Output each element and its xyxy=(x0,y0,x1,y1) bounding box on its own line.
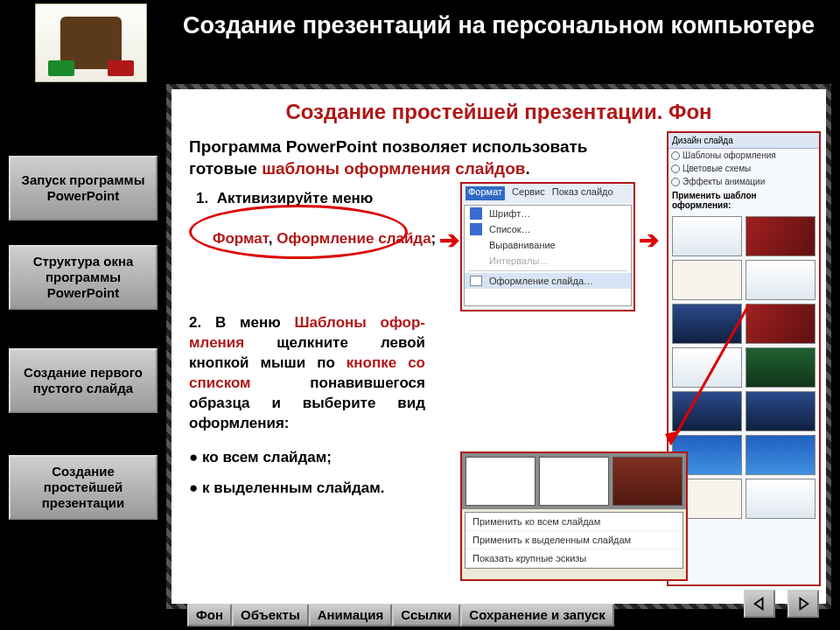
prev-button[interactable] xyxy=(744,590,775,618)
intro-text: Программа PowerPoint позволяет использов… xyxy=(189,136,626,179)
page-title: Создание презентаций на персональном ком… xyxy=(175,10,822,41)
menu-slideshow: Показ слайдо xyxy=(552,186,613,200)
template-thumb xyxy=(746,260,816,300)
template-thumb xyxy=(672,216,742,256)
context-menu-screenshot: Применить ко всем слайдам Применить к вы… xyxy=(460,452,688,581)
panel-opt-anim: Эффекты анимации xyxy=(668,175,819,188)
diagonal-arrow-icon xyxy=(653,296,766,462)
bottom-tabs: Фон Объекты Анимация Ссылки Сохранение и… xyxy=(187,604,614,626)
ctx-thumb xyxy=(466,457,536,506)
menu-item-slide-design: Оформление слайда… xyxy=(465,273,631,289)
svg-marker-3 xyxy=(800,598,808,610)
step2: 2. В меню Шаблоны офор­мления щелкните л… xyxy=(189,313,425,434)
intro-highlight: шаблоны оформления слайдов xyxy=(262,159,525,178)
arrow-icon: ➔ xyxy=(639,226,659,255)
panel-opt-templates: Шаблоны оформления xyxy=(668,149,819,162)
tab-background[interactable]: Фон xyxy=(187,604,232,626)
arrow-icon: ➔ xyxy=(439,226,459,255)
template-thumb xyxy=(746,479,816,519)
sidebar-btn-launch[interactable]: Запуск программы PowerPoint xyxy=(9,156,158,220)
tab-objects[interactable]: Объекты xyxy=(232,604,309,626)
content-subtitle: Создание простейшей презентации. Фон xyxy=(172,100,826,124)
template-thumb xyxy=(672,260,742,300)
nav-arrows xyxy=(744,590,819,618)
ctx-apply-all: Применить ко всем слайдам xyxy=(466,513,682,531)
ctx-large-thumbs: Показать крупные эскизы xyxy=(466,550,682,568)
logo-bookworm xyxy=(35,4,147,82)
sidebar-btn-first-slide[interactable]: Создание первого пустого слайда xyxy=(9,348,158,413)
menu-item-font: Шрифт… xyxy=(465,206,631,221)
tab-animation[interactable]: Анимация xyxy=(309,604,393,626)
next-button[interactable] xyxy=(788,590,819,618)
panel-header: Дизайн слайда xyxy=(668,133,819,149)
sidebar-btn-simple-pres[interactable]: Создание простейшей презентации xyxy=(9,455,158,520)
menu-item-list: Список… xyxy=(465,221,631,237)
menu-item-intervals: Интервалы… xyxy=(465,253,631,269)
menu-format: Формат xyxy=(466,186,505,200)
tab-save-run[interactable]: Сохранение и запуск xyxy=(460,604,614,626)
template-thumb xyxy=(746,216,816,256)
svg-marker-2 xyxy=(755,598,763,610)
format-menu-screenshot: Формат Сервис Показ слайдо Шрифт… Список… xyxy=(460,182,635,312)
content-area: Создание простейшей презентации. Фон Про… xyxy=(172,89,826,604)
menubar: Формат Сервис Показ слайдо xyxy=(462,184,634,203)
ctx-apply-selected: Применить к выделенным слайдам xyxy=(466,531,682,550)
sidebar-btn-structure[interactable]: Структура окна программы PowerPoint xyxy=(9,245,158,310)
ctx-thumb xyxy=(539,457,609,506)
panel-opt-colors: Цветовые схемы xyxy=(668,162,819,175)
menu-service: Сервис xyxy=(512,186,545,200)
svg-line-0 xyxy=(670,304,749,444)
tab-links[interactable]: Ссылки xyxy=(392,604,460,626)
bullet-selected-slides: ● к выделенным слайдам. xyxy=(189,480,434,497)
ctx-thumb xyxy=(612,457,682,506)
red-ellipse xyxy=(189,205,408,259)
menu-item-align: Выравнивание xyxy=(465,237,631,253)
bullet-all-slides: ● ко всем слайдам; xyxy=(189,449,434,466)
panel-label: Применить шаблон оформления: xyxy=(668,188,819,213)
